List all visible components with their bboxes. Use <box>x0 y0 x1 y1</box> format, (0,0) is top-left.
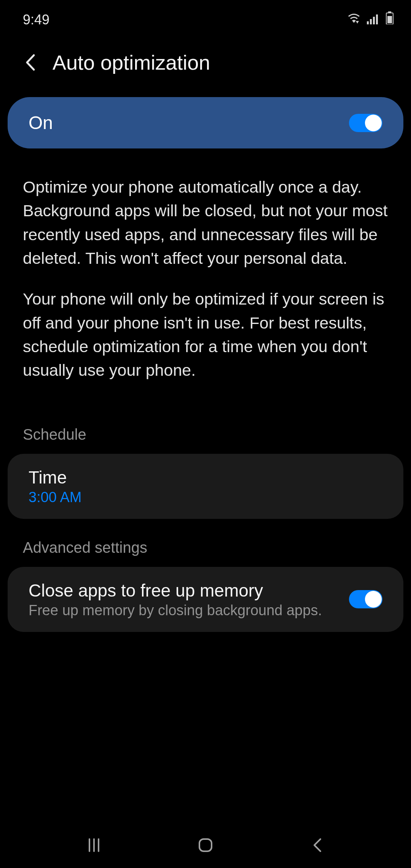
page-title: Auto optimization <box>53 51 210 74</box>
status-right <box>347 11 394 28</box>
nav-back-button[interactable] <box>306 834 328 857</box>
close-apps-toggle[interactable] <box>349 590 382 608</box>
auto-optimization-toggle-card[interactable]: On <box>8 97 403 148</box>
wifi-icon <box>347 12 361 28</box>
status-bar: 9:49 <box>0 0 411 35</box>
description-p2: Your phone will only be optimized if you… <box>23 287 388 382</box>
description-text: Optimize your phone automatically once a… <box>0 156 411 409</box>
recents-button[interactable] <box>83 834 105 857</box>
header: Auto optimization <box>0 35 411 93</box>
svg-rect-7 <box>387 16 392 23</box>
svg-rect-1 <box>367 21 369 24</box>
close-apps-subtitle: Free up memory by closing background app… <box>29 602 349 619</box>
time-setting-card[interactable]: Time 3:00 AM <box>8 454 403 519</box>
advanced-header: Advanced settings <box>0 522 411 564</box>
toggle-knob <box>365 591 382 608</box>
auto-optimization-toggle[interactable] <box>349 114 382 132</box>
recents-icon <box>86 837 102 854</box>
svg-rect-3 <box>373 17 375 24</box>
signal-icon <box>367 12 380 28</box>
time-value: 3:00 AM <box>29 489 382 506</box>
close-apps-card[interactable]: Close apps to free up memory Free up mem… <box>8 567 403 632</box>
home-icon <box>197 837 214 854</box>
home-button[interactable] <box>194 834 217 857</box>
svg-rect-11 <box>199 839 212 851</box>
svg-rect-4 <box>376 14 378 24</box>
chevron-left-icon <box>311 837 323 854</box>
svg-rect-2 <box>370 19 372 24</box>
svg-marker-0 <box>356 21 359 24</box>
toggle-knob <box>365 115 382 131</box>
back-button[interactable] <box>21 53 39 72</box>
battery-icon <box>386 11 394 28</box>
status-time: 9:49 <box>23 12 49 28</box>
description-p1: Optimize your phone automatically once a… <box>23 175 388 270</box>
main-toggle-label: On <box>29 112 53 133</box>
nav-bar <box>0 822 411 868</box>
schedule-header: Schedule <box>0 409 411 451</box>
chevron-left-icon <box>25 54 35 71</box>
time-label: Time <box>29 467 382 488</box>
close-apps-title: Close apps to free up memory <box>29 580 349 601</box>
